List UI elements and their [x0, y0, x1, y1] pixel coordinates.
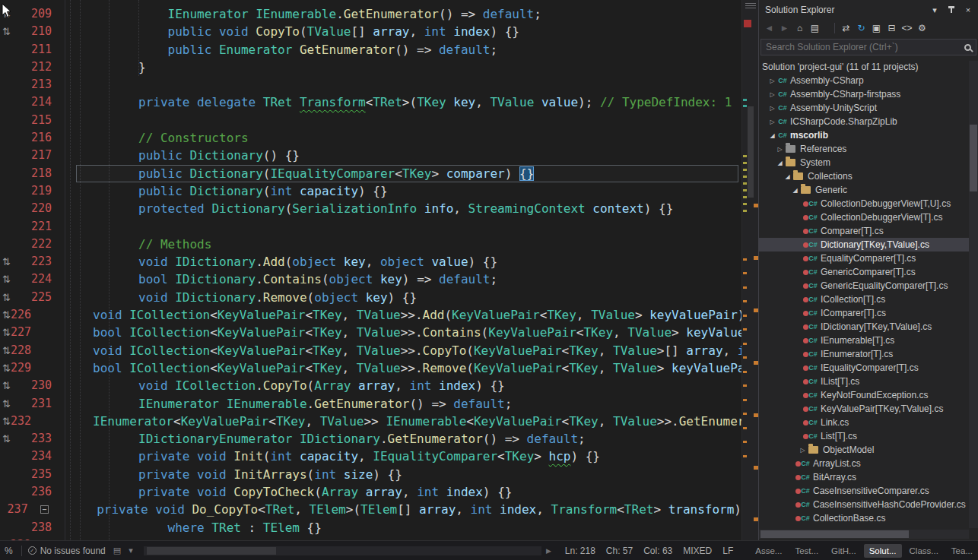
close-icon[interactable]: ×	[963, 5, 973, 14]
code-line[interactable]: 235private void InitArrays(int size) {}	[0, 466, 741, 483]
code-line[interactable]: ⇅227bool ICollection<KeyValuePair<TKey, …	[0, 324, 741, 341]
tool-window-tab[interactable]: Class...	[904, 544, 944, 558]
interface-impl-glyph[interactable]: ⇅	[0, 324, 11, 341]
interface-impl-glyph[interactable]: ⇅	[0, 289, 20, 306]
tree-row-file[interactable]: C#KeyNotFoundException.cs	[759, 388, 978, 402]
tree-row-folder[interactable]: ▷ObjectModel	[759, 443, 978, 457]
forward-icon[interactable]: ►	[777, 21, 792, 35]
panel-hscrollbar-thumb[interactable]	[760, 530, 909, 538]
code-line[interactable]: ⇅210public void CopyTo(TValue[] array, i…	[0, 23, 741, 40]
code-line[interactable]: ⇅229bool ICollection<KeyValuePair<TKey, …	[0, 359, 741, 377]
caret-down-icon[interactable]	[823, 21, 830, 35]
tree-row-file[interactable]: C#IComparer[T].cs	[759, 306, 978, 320]
tree-row-folder[interactable]: ◢Collections	[759, 169, 978, 183]
back-icon[interactable]: ◄	[762, 21, 776, 35]
pin-icon[interactable]	[946, 5, 957, 14]
code-line[interactable]: 214private delegate TRet Transform<TRet>…	[0, 93, 741, 111]
panel-scrollbar-thumb[interactable]	[970, 125, 977, 191]
zoom-control[interactable]: %	[0, 546, 15, 556]
tree-row-file[interactable]: C#ArrayList.cs	[759, 457, 978, 470]
expander-closed-icon[interactable]: ▷	[776, 146, 784, 153]
code-line[interactable]: ⇅228void ICollection<KeyValuePair<TKey, …	[0, 342, 741, 359]
code-line[interactable]: 212}	[0, 59, 741, 76]
tree-row-file[interactable]: C#CollectionDebuggerView[T].cs	[759, 210, 978, 224]
tree-row-file[interactable]: C#CollectionBase.cs	[759, 511, 978, 525]
tree-row-proj[interactable]: ▷C#Assembly-CSharp	[759, 74, 978, 87]
tree-row-folder[interactable]: ◢System	[759, 156, 978, 169]
switch-views-icon[interactable]: ▤	[808, 21, 822, 35]
chevron-down-icon[interactable]: ▾	[929, 5, 940, 15]
code-line[interactable]: 234private void Init(int capacity, IEqua…	[0, 448, 741, 465]
tool-window-tab[interactable]: Solut...	[864, 544, 902, 558]
interface-impl-glyph[interactable]: ⇅	[0, 342, 11, 359]
code-line[interactable]: ⇅231IEnumerator IEnumerable.GetEnumerato…	[0, 395, 741, 413]
interface-impl-glyph[interactable]: ⇅	[0, 395, 20, 413]
tree-row-file[interactable]: C#ICollection[T].cs	[759, 293, 978, 306]
sync-with-active-document-icon[interactable]: ⇄	[839, 21, 853, 35]
panel-hscrollbar-track[interactable]	[759, 530, 969, 539]
code-line[interactable]: ⇅209IEnumerator IEnumerable.GetEnumerato…	[0, 5, 741, 23]
properties-icon[interactable]: ⚙	[915, 21, 929, 35]
interface-impl-glyph[interactable]: ⇅	[0, 377, 20, 394]
expander-closed-icon[interactable]: ▷	[768, 78, 776, 84]
code-line[interactable]: ⇅223void IDictionary.Add(object key, obj…	[0, 253, 741, 271]
search-icon[interactable]	[964, 44, 971, 51]
code-line[interactable]: 218public Dictionary(IEqualityComparer<T…	[0, 165, 741, 182]
code-line[interactable]: 216// Constructors	[0, 129, 741, 147]
status-extra-icon-a[interactable]: ▤	[113, 546, 121, 555]
refresh-icon[interactable]: ↻	[854, 21, 868, 35]
tree-row-file[interactable]: C#CaseInsensitiveHashCodeProvider.cs	[759, 498, 978, 511]
tree-row-file[interactable]: C#List[T].cs	[759, 429, 978, 443]
view-code-icon[interactable]: <>	[900, 21, 914, 35]
tree-row-file[interactable]: C#IDictionary[TKey,TValue].cs	[759, 320, 978, 334]
tree-row-proj[interactable]: ▷C#Assembly-UnityScript	[759, 101, 978, 115]
code-line[interactable]: 237−private void Do_CopyTo<TRet, TElem>(…	[0, 501, 741, 518]
editor-hscrollbar-track[interactable]	[144, 546, 541, 555]
code-line[interactable]: 215	[0, 112, 741, 129]
code-line[interactable]: 239private static KeyValuePair<TKey, TVa…	[0, 536, 741, 540]
code-line[interactable]: 238where TRet : TElem {}	[0, 519, 741, 536]
tree-row-file[interactable]: C#CollectionDebuggerView[T,U].cs	[759, 197, 978, 210]
tool-window-tab[interactable]: Test...	[789, 544, 824, 558]
code-line[interactable]: ⇅233IDictionaryEnumerator IDictionary.Ge…	[0, 430, 741, 448]
code-line[interactable]: 213	[0, 76, 741, 93]
tool-window-tab[interactable]: GitH...	[826, 544, 862, 558]
tree-row-ref[interactable]: ▷References	[759, 142, 978, 156]
code-line[interactable]: 221	[0, 218, 741, 236]
tree-row-file[interactable]: C#IEnumerable[T].cs	[759, 334, 978, 347]
tree-row-file[interactable]: C#IEnumerator[T].cs	[759, 347, 978, 361]
document-health-indicator[interactable]: ✓ No issues found	[28, 546, 106, 556]
tool-window-tab[interactable]: Tea...	[946, 544, 978, 558]
code-line[interactable]: 222// Methods	[0, 236, 741, 253]
tree-row-file[interactable]: C#GenericComparer[T].cs	[759, 265, 978, 279]
code-line[interactable]: ⇅225void IDictionary.Remove(object key) …	[0, 289, 741, 306]
interface-impl-glyph[interactable]: ⇅	[0, 23, 20, 40]
tree-row-file[interactable]: C#CaseInsensitiveComparer.cs	[759, 484, 978, 498]
panel-scrollbar-track[interactable]	[969, 61, 978, 528]
expander-closed-icon[interactable]: ▷	[768, 91, 776, 98]
expander-open-icon[interactable]: ◢	[768, 132, 776, 139]
tree-row-file[interactable]: C#BitArray.cs	[759, 470, 978, 484]
tree-row-file[interactable]: C#Comparer[T].cs	[759, 224, 978, 238]
code-line[interactable]: 211public Enumerator GetEnumerator() => …	[0, 41, 741, 59]
hscroll-right-stepper-icon[interactable]: ▶	[546, 547, 551, 555]
interface-impl-glyph[interactable]: ⇅	[0, 306, 11, 324]
tree-row-folder[interactable]: ◢Generic	[759, 183, 978, 197]
collapse-button[interactable]: −	[40, 505, 49, 514]
tree-row-file[interactable]: C#GenericEqualityComparer[T].cs	[759, 279, 978, 293]
expander-closed-icon[interactable]: ▷	[799, 447, 807, 454]
code-line[interactable]: 236private void CopyToCheck(Array array,…	[0, 483, 741, 501]
interface-impl-glyph[interactable]: ⇅	[0, 359, 11, 377]
code-line[interactable]: ⇅230void ICollection.CopyTo(Array array,…	[0, 377, 741, 394]
tree-row-file[interactable]: C#Link.cs	[759, 416, 978, 429]
expander-closed-icon[interactable]: ▷	[768, 119, 776, 125]
interface-impl-glyph[interactable]: ⇅	[0, 430, 20, 448]
editor-hscrollbar-thumb[interactable]	[147, 547, 276, 555]
code-line[interactable]: ⇅232IEnumerator<KeyValuePair<TKey, TValu…	[0, 413, 741, 430]
tree-row-file[interactable]: C#EqualityComparer[T].cs	[759, 252, 978, 265]
home-icon[interactable]: ⌂	[792, 21, 807, 35]
tree-row-file[interactable]: C#IEqualityComparer[T].cs	[759, 361, 978, 375]
expander-closed-icon[interactable]: ▷	[768, 105, 776, 112]
tree-row-solution[interactable]: Solution 'project-gui' (11 of 11 project…	[759, 60, 978, 74]
split-handle-icon[interactable]	[745, 2, 757, 11]
